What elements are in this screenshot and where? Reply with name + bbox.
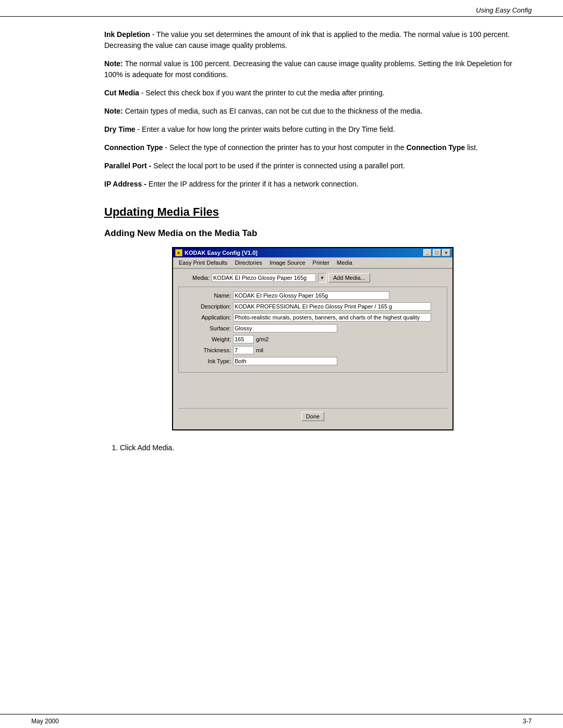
page-footer: May 2000 3-7	[0, 714, 563, 728]
ink-depletion-para: Ink Depletion - The value you set determ…	[104, 29, 521, 51]
menu-media[interactable]: Media	[333, 258, 356, 267]
header-title: Using Easy Config	[476, 6, 532, 14]
thickness-unit: mil	[256, 347, 263, 353]
cut-media-para: Cut Media - Select this check box if you…	[104, 88, 521, 98]
thickness-label: Thickness:	[184, 347, 231, 353]
footer-right: 3-7	[523, 718, 532, 725]
media-select-input[interactable]	[212, 274, 316, 282]
media-select-wrapper: ▼	[212, 273, 326, 282]
inktype-label: Ink Type:	[184, 358, 231, 364]
note1-block: Note: The normal value is 100 percent. D…	[104, 58, 521, 80]
titlebar-left: K KODAK Easy Config [V1.0]	[175, 249, 258, 256]
note2-label: Note:	[104, 107, 123, 115]
dialog-title: KODAK Easy Config [V1.0]	[185, 250, 258, 256]
weight-row: Weight: g/m2	[184, 335, 442, 343]
maximize-button[interactable]: □	[433, 249, 441, 256]
dialog-body: Media: ▼ Add Media... Name:	[173, 268, 452, 429]
footer-left: May 2000	[31, 718, 59, 725]
dry-time-label: Dry Time	[104, 125, 136, 133]
menu-printer[interactable]: Printer	[309, 258, 333, 267]
subsection-heading: Adding New Media on the Media Tab	[104, 228, 521, 239]
menu-directories[interactable]: Directories	[231, 258, 266, 267]
page-header: Using Easy Config	[0, 0, 563, 17]
note2-block: Note: Certain types of media, such as EI…	[104, 106, 521, 117]
connection-type-text: - Select the type of connection the prin…	[163, 143, 407, 152]
connection-type-bold: Connection Type	[406, 143, 465, 152]
surface-row: Surface:	[184, 324, 442, 332]
inktype-row: Ink Type:	[184, 357, 442, 365]
media-selection-row: Media: ▼ Add Media...	[178, 273, 447, 282]
menu-image-source[interactable]: Image Source	[266, 258, 309, 267]
weight-label: Weight:	[184, 336, 231, 342]
application-row: Application:	[184, 313, 442, 322]
cut-media-text: - Select this check box if you want the …	[139, 89, 385, 97]
weight-input[interactable]	[233, 335, 254, 343]
menubar: Easy Print Defaults Directories Image So…	[173, 257, 452, 268]
note1-text: The normal value is 100 percent. Decreas…	[104, 59, 512, 79]
ink-depletion-label: Ink Depletion	[104, 30, 150, 39]
media-dropdown-arrow[interactable]: ▼	[318, 273, 326, 282]
dry-time-para: Dry Time - Enter a value for how long th…	[104, 124, 521, 135]
name-input[interactable]	[233, 291, 389, 300]
add-media-button[interactable]: Add Media...	[328, 273, 370, 282]
parallel-port-text: Select the local port to be used if the …	[151, 162, 405, 170]
description-input[interactable]	[233, 302, 431, 311]
inktype-input[interactable]	[233, 357, 337, 365]
connection-type-label: Connection Type	[104, 143, 163, 152]
description-label: Description:	[184, 303, 231, 310]
done-button[interactable]: Done	[301, 412, 324, 421]
cut-media-label: Cut Media	[104, 89, 139, 97]
thickness-input[interactable]	[233, 346, 254, 354]
surface-input[interactable]	[233, 324, 337, 332]
application-input[interactable]	[233, 313, 431, 322]
minimize-button[interactable]: _	[423, 249, 432, 256]
close-button[interactable]: ×	[442, 249, 450, 256]
ip-address-para: IP Address - Enter the IP address for th…	[104, 179, 521, 190]
form-panel: Name: Description: Application:	[178, 287, 447, 373]
parallel-port-label: Parallel Port -	[104, 162, 151, 170]
steps-list: Click Add Media.	[120, 442, 521, 453]
app-icon: K	[175, 249, 182, 256]
dry-time-text: - Enter a value for how long the printer…	[136, 125, 395, 133]
step-1: Click Add Media.	[120, 442, 521, 453]
surface-label: Surface:	[184, 325, 231, 331]
dialog-window: K KODAK Easy Config [V1.0] _ □ × Easy Pr…	[172, 247, 454, 430]
weight-unit: g/m2	[256, 336, 268, 342]
menu-easy-print-defaults[interactable]: Easy Print Defaults	[175, 258, 231, 267]
done-row: Done	[178, 408, 447, 424]
ip-address-label: IP Address -	[104, 180, 146, 188]
note2-text: Certain types of media, such as EI canva…	[123, 107, 422, 115]
ip-address-text: Enter the IP address for the printer if …	[146, 180, 359, 188]
media-label: Media:	[178, 275, 210, 281]
main-content: Ink Depletion - The value you set determ…	[0, 17, 563, 466]
note1-first-line: Note: The normal value is 100 percent. D…	[104, 58, 521, 80]
note1-label: Note:	[104, 59, 123, 68]
titlebar-buttons: _ □ ×	[423, 249, 450, 256]
dialog-bottom-area	[178, 377, 447, 408]
connection-type-text2: list.	[465, 143, 478, 152]
ink-depletion-text: - The value you set determines the amoun…	[104, 30, 510, 50]
parallel-port-para: Parallel Port - Select the local port to…	[104, 161, 521, 171]
thickness-row: Thickness: mil	[184, 346, 442, 354]
description-row: Description:	[184, 302, 442, 311]
dialog-titlebar: K KODAK Easy Config [V1.0] _ □ ×	[173, 248, 452, 257]
section-heading: Updating Media Files	[104, 205, 521, 219]
application-label: Application:	[184, 314, 231, 320]
name-row: Name:	[184, 291, 442, 300]
name-label: Name:	[184, 292, 231, 299]
dialog-wrapper: K KODAK Easy Config [V1.0] _ □ × Easy Pr…	[104, 247, 521, 430]
connection-type-para: Connection Type - Select the type of con…	[104, 142, 521, 153]
